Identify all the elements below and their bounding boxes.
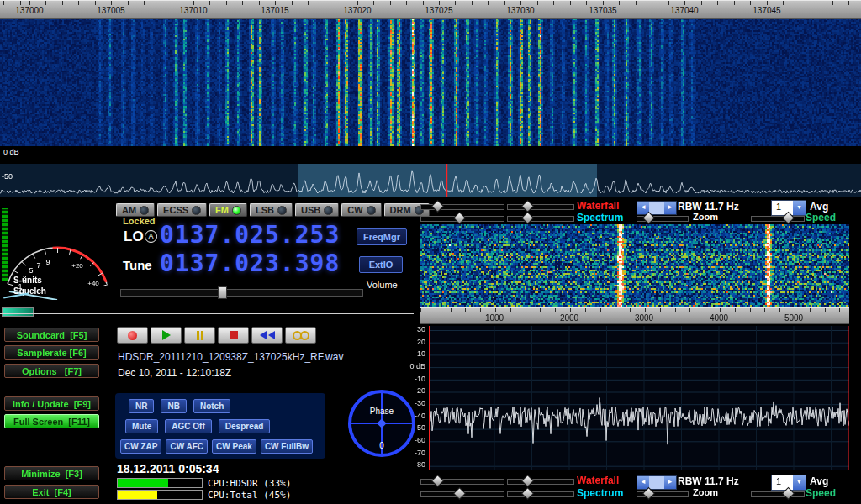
- recording-filename: HDSDR_20111210_120938Z_137025kHz_RF.wav: [118, 351, 343, 363]
- cpu-hdsdr-fill: [118, 479, 168, 487]
- slider-thumb[interactable]: [431, 475, 445, 488]
- waterfall-min-slider-2[interactable]: [420, 491, 504, 497]
- ruler-label: 2000: [552, 313, 586, 323]
- chevron-down-icon[interactable]: ▼: [793, 201, 806, 215]
- scroll-track[interactable]: [649, 202, 664, 214]
- audio-waterfall-display[interactable]: [420, 224, 849, 307]
- notch-button[interactable]: Notch: [193, 399, 230, 413]
- exit-button[interactable]: Exit [F4]: [4, 485, 99, 499]
- scroll-right-icon[interactable]: ►: [664, 202, 676, 214]
- db-scale-label: -50: [400, 423, 425, 432]
- brightness-slider-2[interactable]: [420, 479, 504, 485]
- audio-spectrum-display[interactable]: [429, 326, 849, 470]
- cw-afc-button[interactable]: CW AFC: [166, 439, 208, 454]
- mode-ecss-button[interactable]: ECSS: [157, 203, 207, 217]
- nb-button[interactable]: NB: [161, 399, 186, 413]
- play-button[interactable]: [151, 327, 182, 344]
- waterfall-max-slider-2[interactable]: [507, 491, 574, 497]
- cw-zap-button[interactable]: CW ZAP: [120, 439, 161, 454]
- db-scale-label: 20: [400, 338, 425, 346]
- mode-lsb-button[interactable]: LSB: [250, 203, 293, 217]
- squelch-level-bar[interactable]: [2, 307, 34, 317]
- cpu-hdsdr-bar: [117, 478, 203, 488]
- mode-label: DRM: [390, 205, 411, 215]
- record-button[interactable]: [117, 327, 148, 344]
- speed-slider[interactable]: [751, 216, 805, 222]
- agc-off-button[interactable]: AGC Off: [165, 419, 211, 433]
- smeter-scale-p20: +20: [71, 262, 83, 270]
- samplerate-button[interactable]: Samplerate [F6]: [4, 345, 99, 360]
- zoom-scrollbar[interactable]: ◄ ►: [637, 201, 677, 215]
- fullscreen-button[interactable]: Full Screen [F11]: [4, 414, 99, 428]
- rewind-icon: [268, 331, 275, 339]
- transport-bar: [117, 327, 316, 344]
- slider-thumb[interactable]: [453, 212, 467, 225]
- db-scale-label: 0 dB: [400, 362, 425, 370]
- waterfall-label-2: Waterfall: [577, 475, 619, 486]
- zoom-label: Zoom: [693, 212, 718, 222]
- cw-peak-button[interactable]: CW Peak: [212, 439, 256, 454]
- tune-frequency-display[interactable]: 0137.023.398: [160, 249, 340, 277]
- despread-button[interactable]: Despread: [219, 419, 271, 433]
- rewind-button[interactable]: [251, 327, 283, 344]
- pause-button[interactable]: [184, 327, 215, 344]
- slider-thumb[interactable]: [521, 487, 535, 501]
- lo-frequency-display[interactable]: 0137.025.253: [160, 221, 340, 249]
- stop-button[interactable]: [218, 327, 249, 344]
- mode-led-icon: [367, 206, 376, 215]
- options-button[interactable]: Options [F7]: [4, 364, 99, 378]
- zoom-scrollbar-2[interactable]: ◄ ►: [637, 475, 677, 490]
- waterfall-max-slider[interactable]: [507, 216, 574, 222]
- dsp-panel: NR NB Notch Mute AGC Off Despread CW ZAP…: [115, 393, 325, 459]
- nr-button[interactable]: NR: [129, 399, 154, 413]
- avg-label: Avg: [810, 201, 828, 213]
- mute-button[interactable]: Mute: [125, 419, 158, 433]
- mode-led-icon: [324, 206, 333, 215]
- lock-a-icon[interactable]: A: [145, 230, 157, 243]
- scroll-track[interactable]: [649, 476, 664, 489]
- mode-fm-button[interactable]: FM: [209, 203, 247, 217]
- slider-thumb[interactable]: [521, 212, 535, 225]
- chevron-down-icon[interactable]: ▼: [793, 475, 806, 490]
- volume-slider-thumb[interactable]: [218, 286, 227, 299]
- speed-label-2: Speed: [806, 487, 836, 499]
- info-update-button[interactable]: Info / Update [F9]: [4, 396, 99, 411]
- locked-label: Locked: [123, 216, 156, 226]
- ruler-label: 137000: [4, 6, 55, 15]
- slider-thumb[interactable]: [521, 475, 535, 488]
- ruler-label: 137010: [168, 6, 219, 15]
- mode-cw-button[interactable]: CW: [341, 203, 381, 217]
- db-minus50-label: -50: [2, 172, 13, 181]
- zoom-label-2: Zoom: [693, 487, 718, 497]
- main-frequency-ruler[interactable]: 137000 137005 137010 137015 137020 13702…: [0, 0, 861, 19]
- contrast-slider[interactable]: [507, 204, 574, 210]
- waterfall-min-slider[interactable]: [420, 216, 504, 222]
- scroll-right-icon[interactable]: ►: [664, 476, 676, 489]
- audio-frequency-ruler[interactable]: 1000 2000 3000 4000 5000: [420, 307, 849, 324]
- slider-thumb[interactable]: [453, 487, 467, 501]
- mode-usb-button[interactable]: USB: [295, 203, 339, 217]
- slider-thumb[interactable]: [431, 200, 445, 213]
- zoom-slider[interactable]: [637, 216, 689, 222]
- cw-fullbw-button[interactable]: CW FullBw: [261, 439, 313, 454]
- datetime-display: 18.12.2011 0:05:34: [117, 462, 219, 475]
- freqmgr-button[interactable]: FreqMgr: [357, 228, 407, 245]
- zoom-slider-2[interactable]: [637, 491, 689, 497]
- pause-icon: [197, 331, 199, 340]
- avg-select-value: 1: [772, 475, 793, 490]
- soundcard-button[interactable]: Soundcard [F5]: [4, 328, 99, 342]
- mode-am-button[interactable]: AM: [116, 203, 155, 217]
- brightness-slider[interactable]: [420, 204, 504, 210]
- speed-slider-2[interactable]: [751, 491, 805, 497]
- mode-label: ECSS: [163, 205, 188, 215]
- cpu-total-fill: [118, 491, 157, 499]
- db-scale-label: -70: [400, 449, 425, 457]
- contrast-slider-2[interactable]: [507, 479, 574, 485]
- main-waterfall-display[interactable]: [0, 0, 861, 146]
- loop-button[interactable]: [285, 327, 316, 344]
- main-spectrum-display[interactable]: [0, 164, 861, 197]
- extio-button[interactable]: ExtIO: [359, 256, 403, 273]
- minimize-button[interactable]: Minimize [F3]: [4, 466, 99, 480]
- volume-slider[interactable]: [120, 289, 363, 297]
- smeter-scale-9: 9: [45, 258, 50, 266]
